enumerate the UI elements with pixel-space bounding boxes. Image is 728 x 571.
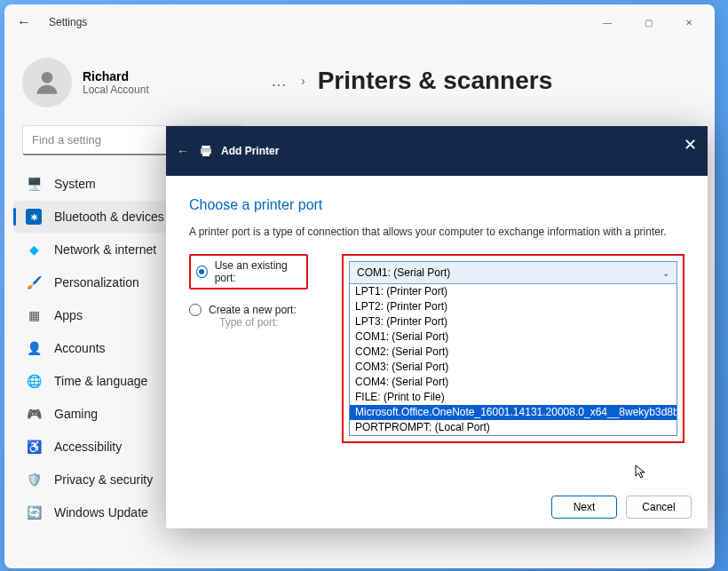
nav-item-label: Apps [54, 308, 83, 322]
type-of-port-label: Type of port: [219, 316, 308, 329]
nav-item-label: Time & language [54, 374, 147, 388]
port-option[interactable]: COM1: (Serial Port) [350, 329, 677, 345]
chevron-down-icon: ⌄ [662, 268, 669, 278]
nav-item-label: Privacy & security [54, 472, 153, 487]
port-option[interactable]: PORTPROMPT: (Local Port) [350, 420, 677, 435]
radio-use-existing-port[interactable]: Use an existing port: [196, 259, 301, 284]
svg-rect-1 [202, 146, 210, 148]
search-placeholder: Find a setting [32, 133, 101, 147]
port-option[interactable]: Microsoft.Office.OneNote_16001.14131.200… [350, 405, 677, 420]
dialog-title: Add Printer [221, 145, 279, 157]
port-selected-value: COM1: (Serial Port) [357, 266, 450, 279]
port-option[interactable]: COM3: (Serial Port) [350, 360, 677, 375]
avatar [22, 58, 72, 107]
nav-icon: 🌐 [26, 373, 42, 389]
chevron-right-icon: › [301, 74, 305, 88]
user-section[interactable]: Richard Local Account [13, 49, 253, 125]
svg-rect-3 [202, 152, 210, 156]
nav-item-label: Windows Update [54, 505, 148, 519]
nav-item-label: Accessibility [54, 440, 122, 454]
dialog-back-icon[interactable]: ← [177, 144, 189, 158]
breadcrumb-dots-icon[interactable]: … [271, 72, 289, 91]
dialog-heading: Choose a printer port [189, 197, 684, 213]
radio-checked-icon [196, 266, 208, 278]
window-title: Settings [49, 16, 87, 28]
breadcrumb: … › Printers & scanners [271, 67, 679, 95]
page-title: Printers & scanners [318, 67, 553, 95]
nav-icon: ◆ [26, 242, 42, 258]
nav-icon: 👤 [26, 340, 42, 356]
port-dropdown[interactable]: COM1: (Serial Port) ⌄ LPT1: (Printer Por… [349, 261, 677, 436]
port-option[interactable]: COM4: (Serial Port) [350, 375, 677, 390]
add-printer-dialog: ← Add Printer ✕ Choose a printer port A … [166, 126, 708, 528]
nav-item-label: Accounts [54, 341, 106, 355]
maximize-button[interactable]: ▢ [628, 8, 669, 36]
radio-unchecked-icon [189, 304, 202, 316]
port-option[interactable]: LPT2: (Printer Port) [350, 299, 677, 314]
radio-existing-label: Use an existing port: [215, 259, 301, 284]
cancel-button[interactable]: Cancel [626, 496, 692, 519]
minimize-button[interactable]: — [587, 8, 628, 36]
dialog-close-icon[interactable]: ✕ [684, 135, 697, 155]
nav-item-label: Bluetooth & devices [54, 210, 164, 224]
titlebar: ← Settings — ▢ ✕ [4, 4, 715, 40]
window-controls: — ▢ ✕ [587, 8, 709, 36]
user-name: Richard [83, 69, 149, 83]
nav-icon: 🔄 [26, 504, 42, 520]
nav-icon: 🖥️ [26, 176, 42, 192]
nav-icon: ▦ [26, 307, 42, 323]
back-arrow-icon[interactable]: ← [17, 14, 31, 30]
nav-icon: 🖌️ [26, 274, 42, 290]
dialog-footer: Next Cancel [535, 486, 708, 528]
close-button[interactable]: ✕ [669, 8, 709, 36]
port-dropdown-list: LPT1: (Printer Port)LPT2: (Printer Port)… [349, 284, 677, 436]
nav-icon: ∗ [26, 209, 42, 225]
dialog-titlebar: ← Add Printer ✕ [166, 126, 708, 176]
radio-create-new-port[interactable]: Create a new port: [189, 304, 308, 316]
svg-point-0 [42, 72, 53, 83]
port-dropdown-selected[interactable]: COM1: (Serial Port) ⌄ [349, 261, 677, 284]
nav-icon: ♿ [26, 439, 42, 455]
nav-item-label: Personalization [54, 275, 139, 289]
port-option[interactable]: LPT1: (Printer Port) [350, 284, 677, 299]
next-button[interactable]: Next [551, 496, 617, 519]
nav-item-label: Gaming [54, 407, 98, 421]
cursor-icon [635, 464, 649, 481]
nav-item-label: Network & internet [54, 242, 156, 257]
nav-icon: 🛡️ [26, 472, 42, 488]
port-option[interactable]: FILE: (Print to File) [350, 390, 677, 405]
port-option[interactable]: COM2: (Serial Port) [350, 345, 677, 360]
port-option[interactable]: LPT3: (Printer Port) [350, 314, 677, 329]
printer-icon [198, 144, 214, 158]
dialog-description: A printer port is a type of connection t… [189, 226, 684, 238]
nav-icon: 🎮 [26, 406, 42, 422]
user-subtitle: Local Account [83, 83, 149, 96]
nav-item-label: System [54, 177, 96, 191]
radio-new-label: Create a new port: [209, 304, 297, 316]
